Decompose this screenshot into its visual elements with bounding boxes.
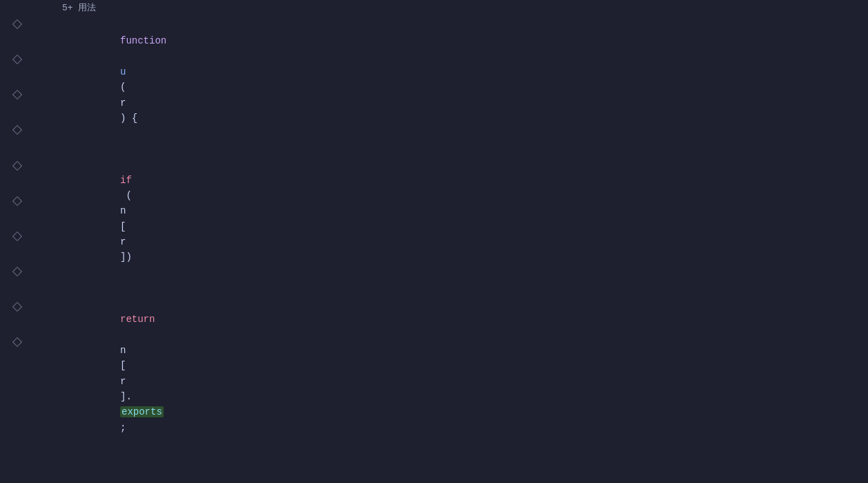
gutter bbox=[0, 0, 35, 483]
diamond-icon bbox=[12, 125, 22, 135]
diamond-icon bbox=[12, 196, 22, 206]
gutter-marker-4 bbox=[12, 68, 22, 86]
gutter-marker-15 bbox=[12, 263, 22, 281]
usage-label: 5+ 用法 bbox=[62, 1, 861, 16]
code-line: return n [ r ]. exports ; bbox=[41, 281, 861, 451]
gutter-marker-1 bbox=[12, 15, 22, 33]
gutter-marker-9 bbox=[12, 157, 22, 175]
diamond-icon bbox=[12, 231, 22, 241]
exports-highlight: exports bbox=[120, 406, 164, 417]
diamond-icon bbox=[12, 55, 22, 64]
gutter-marker-12 bbox=[12, 210, 22, 228]
diamond-icon bbox=[12, 337, 22, 347]
gutter-marker-11 bbox=[12, 192, 22, 210]
line-content: if ( n [ r ]) bbox=[62, 142, 861, 281]
function-name: u bbox=[120, 66, 126, 77]
diamond-icon bbox=[12, 160, 22, 170]
line-content: return n [ r ]. exports ; bbox=[62, 281, 861, 451]
code-line: if ( n [ r ]) bbox=[41, 142, 861, 281]
diamond-icon bbox=[12, 302, 22, 312]
editor-container: 5+ 用法 function u ( r ) { bbox=[0, 0, 868, 483]
keyword-return: return bbox=[120, 314, 155, 325]
code-line: var t = n [ r ] = { bbox=[41, 451, 861, 483]
gutter-marker-13 bbox=[12, 227, 22, 245]
gutter-marker-14 bbox=[12, 245, 22, 263]
gutter-marker-8 bbox=[12, 139, 22, 157]
gutter-marker-2 bbox=[12, 33, 22, 51]
code-content: 5+ 用法 function u ( r ) { bbox=[35, 0, 868, 483]
diamond-icon bbox=[12, 267, 22, 276]
line-content: function u ( r ) { bbox=[62, 18, 861, 142]
diamond-icon bbox=[12, 90, 22, 100]
gutter-marker-18 bbox=[12, 316, 22, 334]
code-line: function u ( r ) { bbox=[41, 18, 861, 142]
diamond-icon bbox=[12, 19, 22, 29]
keyword-function: function bbox=[120, 35, 166, 46]
gutter-marker-5 bbox=[12, 86, 22, 104]
header-line: 5+ 用法 bbox=[41, 0, 861, 18]
code-area: 5+ 用法 function u ( r ) { bbox=[0, 0, 868, 483]
gutter-marker-17 bbox=[12, 299, 22, 316]
gutter-marker-10 bbox=[12, 174, 22, 192]
gutter-marker-16 bbox=[12, 281, 22, 299]
gutter-marker-7 bbox=[12, 122, 22, 140]
gutter-marker-19 bbox=[12, 334, 22, 352]
gutter-marker-6 bbox=[12, 104, 22, 122]
gutter-marker-3 bbox=[12, 50, 22, 68]
keyword-if: if bbox=[120, 175, 132, 186]
line-content: var t = n [ r ] = { bbox=[62, 451, 861, 483]
gutter-marker-20 bbox=[12, 351, 22, 369]
